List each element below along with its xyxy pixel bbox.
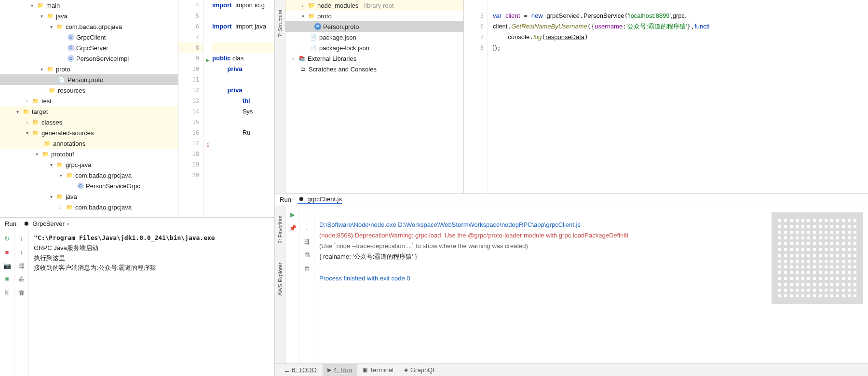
tree-package-lock[interactable]: package-lock.json [319,44,369,52]
down-icon-r[interactable]: ↓ [303,223,312,232]
run-toolbar-left: ↻ ■ 📷 ✱ ⎘ [0,230,14,376]
tree-psg[interactable]: PersonServiceGrpc [86,182,140,190]
tree-gensrc[interactable]: generated-sources [41,129,94,137]
tree-pkg[interactable]: com.badao.grpcjava [66,23,122,30]
tab-structure[interactable]: 7: Structure [277,10,283,37]
tab-favorites[interactable]: 2: Favorites [277,216,283,243]
tree-person-proto[interactable]: Person.proto [68,76,103,84]
tree-grpc-client[interactable]: GrpcClient [76,34,106,41]
run-title-right: Run: [280,196,293,203]
bottom-tabs: ☰6: TODO ▶4: Run ▣Terminal ◈GraphQL [275,363,868,376]
tree-package-json[interactable]: package.json [319,34,356,41]
print-icon-r[interactable]: 🖶 [303,251,312,259]
tree-scratch[interactable]: Scratches and Consoles [309,66,377,73]
run-title-left: Run: [5,220,18,227]
wrap-icon[interactable]: ⇶ [17,261,26,270]
up-icon-r[interactable]: ↑ [303,210,312,219]
side-strip-structure: 7: Structure [275,0,285,193]
run-config-icon: ⬢ [23,220,30,228]
down-icon[interactable]: ↓ [17,248,26,256]
gutter-left: 4567 8 9▶ 10111213 141516 17↥ 181920 [178,0,203,217]
stop-button[interactable]: ■ [3,248,12,256]
todo-icon: ☰ [285,367,289,373]
project-tree-left[interactable]: ▾📁main ▾📁java ▾📁com.badao.grpcjava CGrpc… [0,0,178,217]
play-icon: ▶ [327,367,331,373]
tree-annotations[interactable]: annotations [53,140,85,147]
tree-protobuf[interactable]: protobuf [51,151,74,158]
tree-person-proto-r[interactable]: Person.proto [323,23,359,30]
tab-terminal[interactable]: ▣Terminal [358,364,398,376]
editor-right[interactable]: 5678 var client = new grpcService.Person… [464,0,868,193]
run-gutter-icon[interactable]: ▶ [206,55,210,66]
terminal-icon: ▣ [363,367,367,373]
gutter-right: 5678 [464,0,488,193]
run-output-left[interactable]: "C:\Program Files\Java\jdk1.8.0_241\bin\… [29,230,274,376]
tab-graphql[interactable]: ◈GraphQL [399,364,441,376]
camera-icon[interactable]: 📷 [3,261,12,270]
trash-icon[interactable]: 🗑 [17,288,26,297]
tab-run[interactable]: ▶4: Run [323,364,357,376]
tree-java[interactable]: java [56,13,68,20]
tree-test[interactable]: test [41,97,52,105]
run-output-right[interactable]: D:\Software\Node\node.exe D:\Workspace\W… [314,206,868,363]
wrap-icon-r[interactable]: ⇶ [303,237,312,246]
tree-person-impl[interactable]: PersonServiceImpl [76,55,129,62]
scratch-icon: 🗂 [299,65,307,73]
tab-todo[interactable]: ☰6: TODO [280,364,322,376]
code-left[interactable]: import import io.g import import java pu… [203,0,274,217]
tree-ext-lib[interactable]: External Libraries [308,55,356,62]
library-icon: 📚 [298,55,306,62]
editor-left[interactable]: 4567 8 9▶ 10111213 141516 17↥ 181920 imp… [178,0,274,217]
tree-proto[interactable]: proto [56,66,70,73]
up-icon[interactable]: ↑ [17,234,26,243]
tree-classes[interactable]: classes [41,119,62,126]
run-button-r[interactable]: ▶ [288,210,297,219]
tree-node-modules[interactable]: node_modules [317,2,358,9]
tree-pkg3[interactable]: com.badao.grpcjava [75,204,132,211]
close-icon[interactable]: × [67,221,69,227]
print-icon[interactable]: 🖶 [17,275,26,283]
bug-icon[interactable]: ✱ [3,275,12,283]
tree-target[interactable]: target [32,108,48,115]
pin-icon[interactable]: 📌 [288,223,297,232]
rerun-button[interactable]: ↻ [3,234,12,243]
tab-aws[interactable]: AWS Explorer [277,263,283,296]
side-strip-lower: 2: Favorites AWS Explorer [275,206,285,363]
tree-resources[interactable]: resources [58,87,85,94]
trash-icon-r[interactable]: 🗑 [303,264,312,273]
graphql-icon: ◈ [404,367,408,373]
tree-grpc-server[interactable]: GrpcServer [76,44,108,52]
run-tab-left[interactable]: ⬢ GrpcServer × [23,220,69,228]
tree-proto-r[interactable]: proto [317,13,332,20]
run-tab-right[interactable]: ⬢ grpcClient.js [298,195,342,204]
exit-icon[interactable]: ⎘ [3,288,12,297]
code-right[interactable]: var client = new grpcService.PersonServi… [488,0,868,193]
js-icon: ⬢ [298,195,305,203]
tree-java2[interactable]: java [66,193,77,200]
tree-grpc-java-dir[interactable]: grpc-java [66,161,91,168]
project-tree-right[interactable]: ›📁node_modules library root ▾📁proto PPer… [285,0,464,193]
tree-pkg2[interactable]: com.badao.grpcjava [75,172,132,179]
tree-main[interactable]: main [46,2,60,9]
